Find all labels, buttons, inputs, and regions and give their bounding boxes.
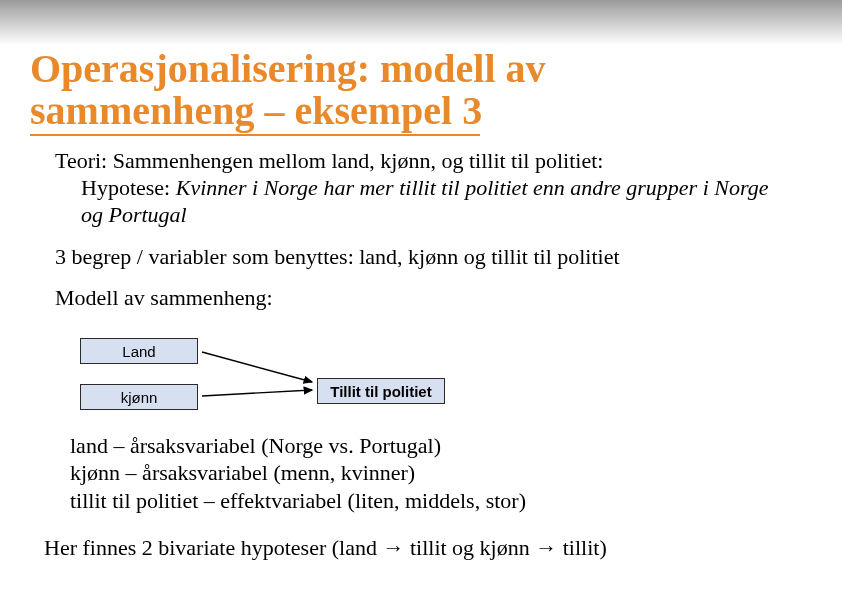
slide-title: Operasjonalisering: modell av sammenheng… bbox=[30, 48, 790, 138]
arrow-land-to-tillit bbox=[202, 352, 312, 382]
variables-line: 3 begrep / variabler som benyttes: land,… bbox=[55, 244, 795, 271]
model-label: Modell av sammenheng: bbox=[55, 285, 795, 312]
explain-land: land – årsaksvariabel (Norge vs. Portuga… bbox=[70, 432, 810, 459]
explain-kjonn: kjønn – årsaksvariabel (menn, kvinner) bbox=[70, 459, 810, 486]
hypothesis-lead: Hypotese: bbox=[81, 175, 176, 200]
theory-line: Teori: Sammenhengen mellom land, kjønn, … bbox=[55, 148, 795, 175]
title-underline bbox=[30, 134, 480, 136]
hypothesis-italic: Kvinner i Norge har mer tillit til polit… bbox=[81, 175, 768, 227]
title-line-1: Operasjonalisering: modell av bbox=[30, 46, 546, 91]
body-block: Teori: Sammenhengen mellom land, kjønn, … bbox=[55, 148, 795, 312]
slide: Operasjonalisering: modell av sammenheng… bbox=[0, 0, 842, 595]
arrow-kjonn-to-tillit bbox=[202, 390, 312, 396]
arrows-svg bbox=[80, 338, 580, 420]
explanation-block: land – årsaksvariabel (Norge vs. Portuga… bbox=[70, 432, 810, 514]
hypothesis-line: Hypotese: Kvinner i Norge har mer tillit… bbox=[55, 175, 795, 229]
explain-tillit: tillit til politiet – effektvariabel (li… bbox=[70, 487, 810, 514]
model-diagram: Land kjønn Tillit til politiet bbox=[80, 338, 580, 420]
title-line-2: sammenheng – eksempel 3 bbox=[30, 88, 482, 133]
final-line: Her finnes 2 bivariate hypoteser (land →… bbox=[44, 535, 814, 561]
